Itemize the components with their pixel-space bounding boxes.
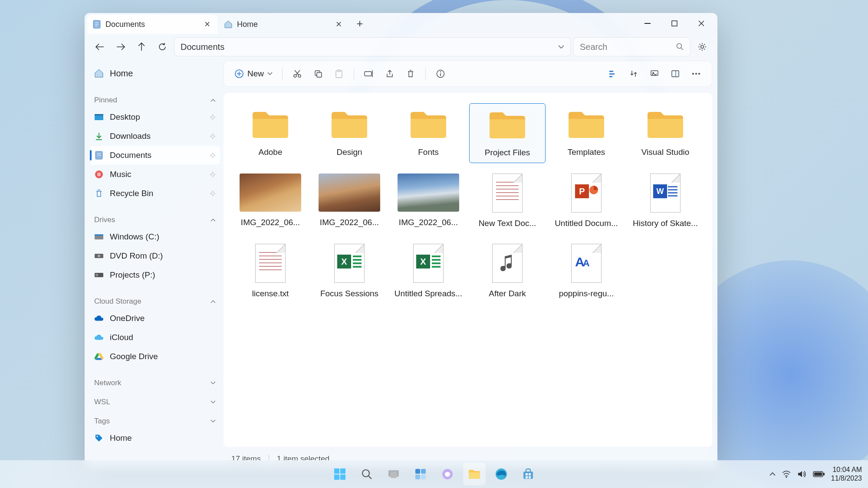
folder-item[interactable]: Fonts [390, 103, 467, 163]
folder-item[interactable]: Templates [548, 103, 625, 163]
pin-icon[interactable] [210, 171, 216, 177]
settings-button[interactable] [693, 38, 711, 56]
svg-rect-54 [415, 469, 420, 474]
sidebar-cloud[interactable]: iCloud [90, 328, 220, 347]
sidebar-item-recycle-bin[interactable]: Recycle Bin [90, 184, 220, 203]
folder-icon [94, 170, 104, 179]
search-taskbar-icon[interactable] [355, 463, 378, 485]
copy-button[interactable] [309, 65, 328, 82]
svg-rect-57 [421, 475, 426, 479]
tab-documents[interactable]: Documents ✕ [87, 15, 217, 34]
sidebar-drive[interactable]: Projects (P:) [90, 265, 220, 285]
sidebar-section-network[interactable]: Network [90, 376, 220, 390]
file-explorer-taskbar-icon[interactable] [463, 463, 486, 485]
sidebar-home[interactable]: Home [90, 63, 220, 83]
svg-rect-55 [421, 469, 426, 474]
sidebar-section-pinned[interactable]: Pinned [90, 93, 220, 108]
close-window-button[interactable] [688, 14, 715, 33]
back-button[interactable] [91, 38, 109, 56]
group-button[interactable] [624, 65, 643, 82]
new-button[interactable]: New [230, 66, 277, 82]
file-item[interactable]: WHistory of Skate... [627, 169, 704, 233]
view-button[interactable] [645, 65, 664, 82]
file-grid[interactable]: AdobeDesignFontsProject FilesTemplatesVi… [224, 93, 712, 447]
sidebar-cloud[interactable]: OneDrive [90, 309, 220, 328]
new-tab-button[interactable]: + [351, 14, 369, 33]
minimize-button[interactable] [634, 14, 661, 33]
sidebar-item-documents[interactable]: Documents [90, 146, 220, 165]
widgets-icon[interactable] [409, 463, 432, 485]
sort-button[interactable] [603, 65, 622, 82]
task-view-icon[interactable] [382, 463, 405, 485]
file-item[interactable]: IMG_2022_06... [390, 169, 467, 233]
chevron-down-icon[interactable] [558, 45, 564, 49]
pin-icon[interactable] [210, 152, 216, 158]
tab-home[interactable]: Home ✕ [219, 15, 349, 34]
sidebar-section-cloud[interactable]: Cloud Storage [90, 294, 220, 309]
delete-button[interactable] [401, 65, 420, 82]
sidebar-section-wsl[interactable]: WSL [90, 395, 220, 409]
system-clock[interactable]: 10:04 AM 11/8/2023 [831, 465, 862, 483]
maximize-button[interactable] [661, 14, 688, 33]
more-button[interactable] [687, 65, 706, 82]
share-button[interactable] [380, 65, 399, 82]
store-icon[interactable] [517, 463, 539, 485]
svg-rect-64 [526, 476, 528, 478]
svg-line-51 [368, 476, 372, 479]
chevron-down-icon [210, 400, 216, 404]
folder-item[interactable]: Design [311, 103, 388, 163]
close-tab-icon[interactable]: ✕ [334, 20, 343, 29]
file-item[interactable]: IMG_2022_06... [311, 169, 388, 233]
layout-button[interactable] [666, 65, 685, 82]
svg-rect-21 [95, 274, 98, 276]
sidebar-drive[interactable]: DVD Rom (D:) [90, 246, 220, 265]
svg-rect-5 [672, 21, 677, 26]
search-input[interactable]: Search [573, 37, 690, 56]
start-button[interactable] [329, 463, 351, 485]
sidebar-item-music[interactable]: Music [90, 165, 220, 184]
sidebar-cloud[interactable]: Google Drive [90, 347, 220, 366]
volume-icon[interactable] [797, 470, 807, 478]
file-item[interactable]: AApoppins-regu... [548, 239, 625, 304]
refresh-button[interactable] [153, 38, 171, 56]
edge-icon[interactable] [490, 463, 513, 485]
folder-item[interactable]: Project Files [469, 103, 546, 163]
pin-icon[interactable] [210, 190, 216, 197]
folder-item[interactable]: Adobe [232, 103, 309, 163]
paste-button[interactable] [329, 65, 349, 82]
sidebar-section-drives[interactable]: Drives [90, 213, 220, 227]
battery-icon[interactable] [813, 471, 825, 478]
file-item[interactable]: PUntitled Docum... [548, 169, 625, 233]
file-item[interactable]: IMG_2022_06... [232, 169, 309, 233]
show-hidden-icons[interactable] [769, 472, 776, 476]
properties-button[interactable] [431, 65, 450, 82]
rename-button[interactable] [359, 65, 378, 82]
chevron-up-icon [210, 98, 216, 102]
file-item[interactable]: After Dark [469, 239, 546, 304]
pin-icon[interactable] [210, 133, 216, 139]
file-item[interactable]: XFocus Sessions [311, 239, 388, 304]
sidebar-item-downloads[interactable]: Downloads [90, 127, 220, 146]
svg-rect-61 [523, 472, 533, 479]
file-item[interactable]: XUntitled Spreads... [390, 239, 467, 304]
teams-icon[interactable] [436, 463, 459, 485]
folder-icon [562, 108, 610, 141]
file-item[interactable]: license.txt [232, 239, 309, 304]
svg-rect-10 [95, 114, 103, 115]
chevron-up-icon [210, 300, 216, 303]
pin-icon[interactable] [210, 114, 216, 120]
address-bar[interactable]: Documents [174, 37, 571, 56]
wifi-icon[interactable] [782, 470, 791, 478]
sidebar-item-desktop[interactable]: Desktop [90, 108, 220, 127]
close-tab-icon[interactable]: ✕ [203, 20, 211, 29]
sidebar-tag-home[interactable]: Home [90, 429, 220, 448]
svg-point-6 [677, 44, 682, 49]
sidebar-drive[interactable]: Windows (C:) [90, 227, 220, 246]
forward-button[interactable] [112, 38, 130, 56]
chevron-down-icon [267, 72, 273, 75]
cut-button[interactable] [288, 65, 307, 82]
sidebar-section-tags[interactable]: Tags [90, 414, 220, 429]
up-button[interactable] [132, 38, 151, 56]
folder-item[interactable]: Visual Studio [627, 103, 704, 163]
file-item[interactable]: New Text Doc... [469, 169, 546, 233]
